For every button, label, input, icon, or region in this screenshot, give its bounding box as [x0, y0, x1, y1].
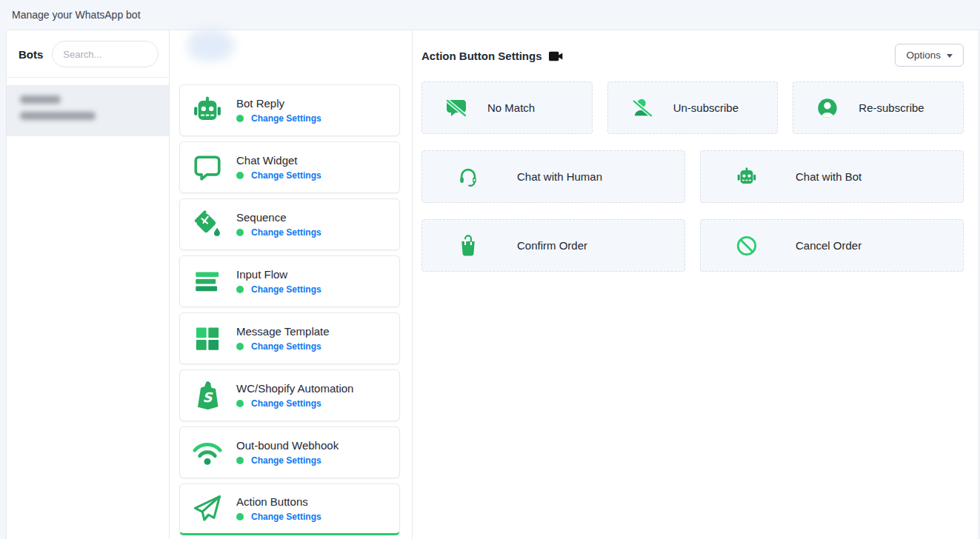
status-dot	[236, 115, 244, 122]
status-dot	[236, 343, 244, 350]
svg-text:S: S	[203, 389, 213, 405]
bot-search-input[interactable]	[52, 41, 159, 67]
action-buttons-grid: No Match Un-subscribe	[421, 81, 964, 272]
feature-title: Message Template	[236, 325, 330, 338]
robot-icon	[735, 165, 759, 189]
action-card-chat-with-human[interactable]: Chat with Human	[421, 150, 685, 203]
feature-title: Chat Widget	[236, 154, 321, 167]
sidebar-header: Bots	[7, 30, 169, 78]
bots-sidebar: Bots	[7, 30, 170, 539]
action-button-settings-panel: Action Button Settings Options	[413, 30, 979, 539]
video-camera-icon	[549, 50, 564, 62]
bot-list-item-selected[interactable]	[7, 85, 169, 136]
ban-icon	[735, 234, 759, 258]
change-settings-link[interactable]: Change Settings	[251, 284, 321, 295]
change-settings-link[interactable]: Change Settings	[251, 227, 321, 238]
paint-bucket-icon	[190, 207, 224, 241]
feature-settings-column: Bot Reply Change Settings Chat Widget	[170, 30, 413, 539]
page-title: Manage your WhatsApp bot	[12, 9, 141, 21]
status-dot	[236, 286, 244, 293]
feature-title: Out-bound Webhook	[236, 439, 339, 452]
action-card-unsubscribe[interactable]: Un-subscribe	[607, 81, 779, 134]
grid-icon	[190, 321, 224, 355]
action-label: Confirm Order	[517, 239, 587, 252]
feature-title: Action Buttons	[236, 495, 321, 508]
headset-icon	[456, 165, 480, 189]
feature-card-shopify-automation[interactable]: S WC/Shopify Automation Change Settings	[179, 369, 400, 421]
action-label: Cancel Order	[796, 239, 861, 252]
shopify-bag-icon: S	[190, 378, 224, 412]
feature-title: WC/Shopify Automation	[236, 382, 353, 395]
feature-card-message-template[interactable]: Message Template Change Settings	[179, 312, 400, 364]
user-circle-icon	[816, 96, 839, 120]
feature-card-input-flow[interactable]: Input Flow Change Settings	[179, 255, 400, 307]
redacted-bot-phone	[20, 112, 96, 120]
panel-title: Action Button Settings	[421, 50, 541, 62]
change-settings-link[interactable]: Change Settings	[251, 455, 321, 466]
change-settings-link[interactable]: Change Settings	[251, 113, 321, 124]
action-label: Chat with Human	[517, 170, 602, 183]
change-settings-link[interactable]: Change Settings	[251, 512, 321, 522]
options-button[interactable]: Options	[895, 44, 964, 67]
action-card-confirm-order[interactable]: Confirm Order	[421, 219, 685, 272]
robot-icon	[190, 93, 224, 127]
action-label: Un-subscribe	[673, 101, 739, 114]
action-label: Re-subscribe	[859, 101, 924, 114]
feature-card-action-buttons[interactable]: Action Buttons Change Settings	[179, 483, 400, 535]
feature-title: Input Flow	[236, 268, 321, 281]
wifi-icon	[190, 435, 224, 469]
redacted-avatar-blob	[187, 29, 235, 61]
status-dot	[236, 400, 244, 407]
action-card-cancel-order[interactable]: Cancel Order	[700, 219, 964, 272]
action-label: Chat with Bot	[796, 170, 861, 183]
status-dot	[236, 513, 244, 520]
feature-title: Sequence	[236, 211, 321, 224]
action-card-chat-with-bot[interactable]: Chat with Bot	[700, 150, 964, 203]
user-slash-icon	[630, 96, 654, 120]
main-content-card: Bots	[6, 30, 979, 539]
change-settings-link[interactable]: Change Settings	[251, 398, 321, 409]
action-label: No Match	[487, 101, 535, 114]
action-card-resubscribe[interactable]: Re-subscribe	[793, 81, 964, 134]
status-dot	[236, 229, 244, 236]
feature-card-list: Bot Reply Change Settings Chat Widget	[179, 84, 400, 535]
status-dot	[236, 172, 244, 179]
bots-heading: Bots	[19, 48, 43, 61]
chat-bubble-icon	[190, 150, 224, 184]
status-dot	[236, 457, 244, 464]
feature-card-sequence[interactable]: Sequence Change Settings	[179, 198, 400, 250]
change-settings-link[interactable]: Change Settings	[251, 341, 321, 352]
feature-title: Bot Reply	[236, 97, 321, 110]
change-settings-link[interactable]: Change Settings	[251, 170, 321, 181]
input-bars-icon	[190, 264, 224, 298]
redacted-bot-name	[20, 96, 61, 104]
top-header-bar: Manage your WhatsApp bot	[0, 0, 980, 30]
shopping-bag-icon	[456, 234, 480, 258]
feature-card-chat-widget[interactable]: Chat Widget Change Settings	[179, 141, 400, 193]
feature-card-outbound-webhook[interactable]: Out-bound Webhook Change Settings	[179, 426, 400, 478]
chevron-down-icon	[947, 54, 953, 58]
feature-card-bot-reply[interactable]: Bot Reply Change Settings	[179, 84, 400, 136]
paper-plane-icon	[190, 492, 224, 526]
action-card-no-match[interactable]: No Match	[421, 81, 593, 134]
comment-slash-icon	[444, 96, 468, 120]
